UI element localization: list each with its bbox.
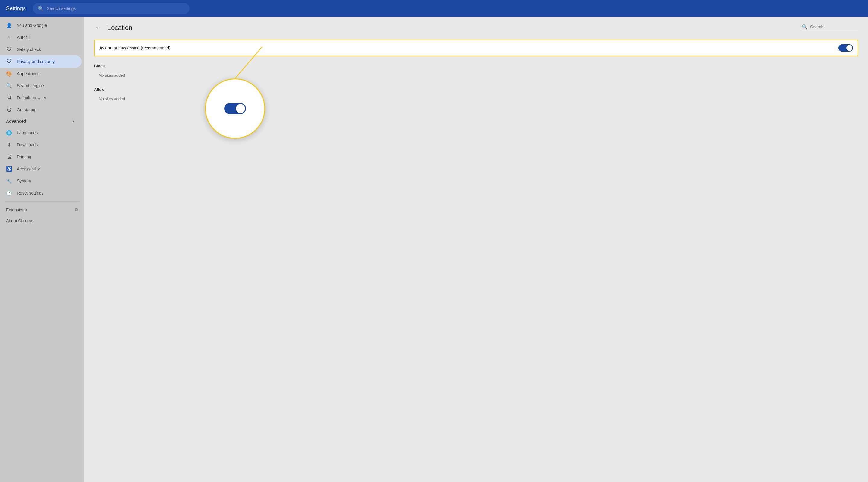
sidebar-item-you-and-google[interactable]: 👤 You and Google bbox=[0, 19, 82, 31]
autofill-icon: ≡ bbox=[6, 34, 12, 40]
ask-toggle-container[interactable] bbox=[838, 44, 853, 52]
shield-blue-icon: 🛡 bbox=[6, 58, 12, 64]
sidebar-label-languages: Languages bbox=[17, 130, 38, 135]
sidebar-item-languages[interactable]: 🌐 Languages bbox=[0, 127, 82, 139]
sidebar-label-search-engine: Search engine bbox=[17, 83, 44, 88]
reset-icon: 🕐 bbox=[6, 190, 12, 196]
sidebar-label-safety-check: Safety check bbox=[17, 47, 41, 52]
sidebar-label-default-browser: Default browser bbox=[17, 95, 46, 100]
content-search-bar[interactable]: 🔍 bbox=[802, 24, 858, 31]
sidebar-item-extensions[interactable]: Extensions ⧉ bbox=[0, 204, 84, 215]
search-engine-icon: 🔍 bbox=[6, 83, 12, 89]
content-search-input[interactable] bbox=[810, 24, 858, 29]
sidebar-label-reset-settings: Reset settings bbox=[17, 191, 44, 195]
sidebar-item-system[interactable]: 🔧 System bbox=[0, 175, 82, 187]
ask-toggle-thumb bbox=[846, 45, 852, 51]
wrench-icon: 🔧 bbox=[6, 178, 12, 184]
sidebar-item-default-browser[interactable]: 🖥 Default browser bbox=[0, 92, 82, 104]
chevron-up-icon: ▲ bbox=[72, 119, 76, 123]
app-title: Settings bbox=[6, 5, 26, 12]
monitor-icon: 🖥 bbox=[6, 95, 12, 101]
print-icon: 🖨 bbox=[6, 154, 12, 160]
global-search-input[interactable] bbox=[47, 6, 185, 11]
sidebar-divider bbox=[5, 201, 79, 202]
sidebar-label-autofill: Autofill bbox=[17, 35, 30, 40]
ask-before-accessing-label: Ask before accessing (recommended) bbox=[99, 46, 170, 50]
back-button[interactable]: ← bbox=[94, 23, 102, 32]
sidebar-item-privacy-and-security[interactable]: 🛡 Privacy and security bbox=[0, 56, 82, 67]
sidebar-item-downloads[interactable]: ⬇ Downloads bbox=[0, 139, 82, 151]
sidebar-item-printing[interactable]: 🖨 Printing bbox=[0, 151, 82, 163]
sidebar: 👤 You and Google ≡ Autofill 🛡 Safety che… bbox=[0, 17, 84, 482]
sidebar-label-on-startup: On startup bbox=[17, 107, 36, 112]
sidebar-item-safety-check[interactable]: 🛡 Safety check bbox=[0, 44, 82, 56]
sidebar-item-accessibility[interactable]: ♿ Accessibility bbox=[0, 163, 82, 175]
download-icon: ⬇ bbox=[6, 142, 12, 148]
sidebar-label-about-chrome: About Chrome bbox=[6, 218, 33, 223]
allow-no-sites: No sites added bbox=[84, 94, 868, 106]
sidebar-item-on-startup[interactable]: ⏻ On startup bbox=[0, 104, 82, 116]
content-header-left: ← Location bbox=[94, 23, 132, 32]
advanced-label: Advanced bbox=[6, 119, 26, 124]
content-search-icon: 🔍 bbox=[802, 24, 808, 30]
palette-icon: 🎨 bbox=[6, 70, 12, 77]
layout: 👤 You and Google ≡ Autofill 🛡 Safety che… bbox=[0, 17, 868, 482]
global-search-bar[interactable]: 🔍 bbox=[33, 3, 190, 14]
power-icon: ⏻ bbox=[6, 107, 12, 113]
sidebar-item-autofill[interactable]: ≡ Autofill bbox=[0, 31, 82, 44]
person-icon: 👤 bbox=[6, 22, 12, 28]
external-link-icon: ⧉ bbox=[75, 207, 78, 212]
block-no-sites: No sites added bbox=[84, 70, 868, 82]
sidebar-item-about-chrome[interactable]: About Chrome bbox=[0, 215, 82, 226]
sidebar-label-downloads: Downloads bbox=[17, 142, 38, 147]
accessibility-icon: ♿ bbox=[6, 166, 12, 172]
sidebar-item-appearance[interactable]: 🎨 Appearance bbox=[0, 67, 82, 80]
topbar: Settings 🔍 bbox=[0, 0, 868, 17]
content-panel: ← Location 🔍 Ask before accessing (recom… bbox=[84, 17, 868, 482]
globe-icon: 🌐 bbox=[6, 130, 12, 136]
sidebar-item-reset-settings[interactable]: 🕐 Reset settings bbox=[0, 187, 82, 199]
sidebar-label-extensions: Extensions bbox=[6, 207, 27, 212]
ask-before-accessing-row: Ask before accessing (recommended) bbox=[94, 39, 858, 56]
ask-toggle[interactable] bbox=[838, 44, 853, 52]
shield-icon: 🛡 bbox=[6, 47, 12, 53]
sidebar-label-appearance: Appearance bbox=[17, 71, 40, 76]
main-content: ← Location 🔍 Ask before accessing (recom… bbox=[84, 17, 868, 482]
sidebar-item-search-engine[interactable]: 🔍 Search engine bbox=[0, 80, 82, 92]
search-icon: 🔍 bbox=[38, 6, 44, 11]
block-section-label: Block bbox=[84, 59, 868, 70]
sidebar-label-privacy-and-security: Privacy and security bbox=[17, 59, 55, 64]
sidebar-label-system: System bbox=[17, 178, 31, 183]
allow-section-label: Allow bbox=[84, 82, 868, 94]
sidebar-label-you-and-google: You and Google bbox=[17, 23, 47, 28]
content-header: ← Location 🔍 bbox=[84, 17, 868, 37]
page-title: Location bbox=[107, 24, 132, 32]
sidebar-label-accessibility: Accessibility bbox=[17, 167, 40, 171]
advanced-section-header[interactable]: Advanced ▲ bbox=[0, 116, 82, 127]
sidebar-label-printing: Printing bbox=[17, 154, 31, 159]
